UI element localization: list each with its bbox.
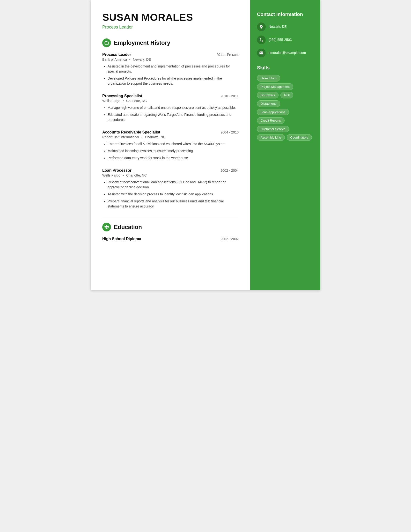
skill-tag: Credit Reports bbox=[257, 117, 285, 124]
skill-tag: Dictaphone bbox=[257, 100, 280, 107]
job-block: Processing Specialist2010 - 2011Wells Fa… bbox=[102, 94, 239, 122]
job-company: Wells Fargo • Charlotte, NC bbox=[102, 99, 239, 103]
job-company: Robert Half International • Charlotte, N… bbox=[102, 135, 239, 139]
skill-tag: Customer Service bbox=[257, 126, 289, 132]
job-bullet: Entered invoices for all 5 divisions and… bbox=[108, 142, 239, 147]
contact-email-text: smorales@example.com bbox=[269, 50, 306, 55]
email-icon bbox=[257, 49, 266, 57]
contact-phone-text: (250) 555-2503 bbox=[269, 38, 292, 42]
job-title-text: Accounts Receivable Specialist bbox=[102, 130, 160, 134]
job-dates: 2002 - 2004 bbox=[221, 169, 239, 172]
job-company: Bank of America • Newark, DE bbox=[102, 57, 239, 61]
contact-location-text: Newark, DE bbox=[269, 24, 287, 29]
job-dates: 2010 - 2011 bbox=[221, 94, 239, 98]
skill-tag: Coordinators bbox=[287, 134, 312, 141]
job-bullet: Manage high volume of emails and ensure … bbox=[108, 105, 239, 110]
education-dates: 2002 - 2002 bbox=[221, 237, 239, 241]
job-bullet: Review of new conventional loan applicat… bbox=[108, 180, 239, 190]
education-block: High School Diploma2002 - 2002 bbox=[102, 237, 239, 241]
contact-section-title: Contact Information bbox=[257, 12, 314, 17]
skill-tag: Assembly Line bbox=[257, 134, 285, 141]
skills-section-title: Skills bbox=[257, 65, 314, 71]
job-bullet: Performed data entry work for stock in t… bbox=[108, 155, 239, 161]
location-icon bbox=[257, 22, 266, 31]
job-dates: 2011 - Present bbox=[216, 53, 239, 57]
contact-email: smorales@example.com bbox=[257, 49, 314, 57]
job-bullet: Developed Policies and Procedures for al… bbox=[108, 76, 239, 86]
contact-phone: (250) 555-2503 bbox=[257, 36, 314, 44]
skill-tag: Sales Floor bbox=[257, 75, 280, 82]
employment-icon bbox=[102, 38, 111, 47]
job-title-text: Processing Specialist bbox=[102, 94, 142, 98]
job-block: Loan Processor2002 - 2004Wells Fargo • C… bbox=[102, 168, 239, 209]
skills-list: Sales FloorProject ManagementBorrowersRO… bbox=[257, 75, 314, 141]
job-bullet: Maintained incoming invoices to insure t… bbox=[108, 149, 239, 153]
skill-tag: ROI bbox=[280, 92, 293, 98]
job-title: Process Leader bbox=[102, 25, 239, 30]
job-bullet: Prepare financial reports and analysis f… bbox=[108, 199, 239, 209]
phone-icon bbox=[257, 36, 266, 44]
skill-tag: Borrowers bbox=[257, 92, 279, 98]
education-section-title: Education bbox=[114, 224, 142, 230]
job-bullet: Assisted with the decision process to id… bbox=[108, 192, 239, 197]
job-block: Accounts Receivable Specialist2004 - 201… bbox=[102, 130, 239, 161]
contact-location: Newark, DE bbox=[257, 22, 314, 31]
job-title-text: Process Leader bbox=[102, 52, 131, 57]
job-title-text: Loan Processor bbox=[102, 168, 131, 173]
education-degree: High School Diploma bbox=[102, 237, 141, 241]
job-bullet: Educated auto dealers regarding Wells Fa… bbox=[108, 112, 239, 122]
full-name: SUSAN MORALES bbox=[102, 12, 239, 23]
job-dates: 2004 - 2010 bbox=[221, 130, 239, 134]
employment-section-title: Employment History bbox=[114, 39, 170, 46]
skill-tag: Loan Applications bbox=[257, 109, 289, 115]
skill-tag: Project Management bbox=[257, 83, 293, 90]
job-block: Process Leader2011 - PresentBank of Amer… bbox=[102, 52, 239, 86]
job-bullet: Assisted in the development and implemen… bbox=[108, 64, 239, 74]
job-company: Wells Fargo • Charlotte, NC bbox=[102, 173, 239, 177]
education-icon bbox=[102, 223, 111, 231]
